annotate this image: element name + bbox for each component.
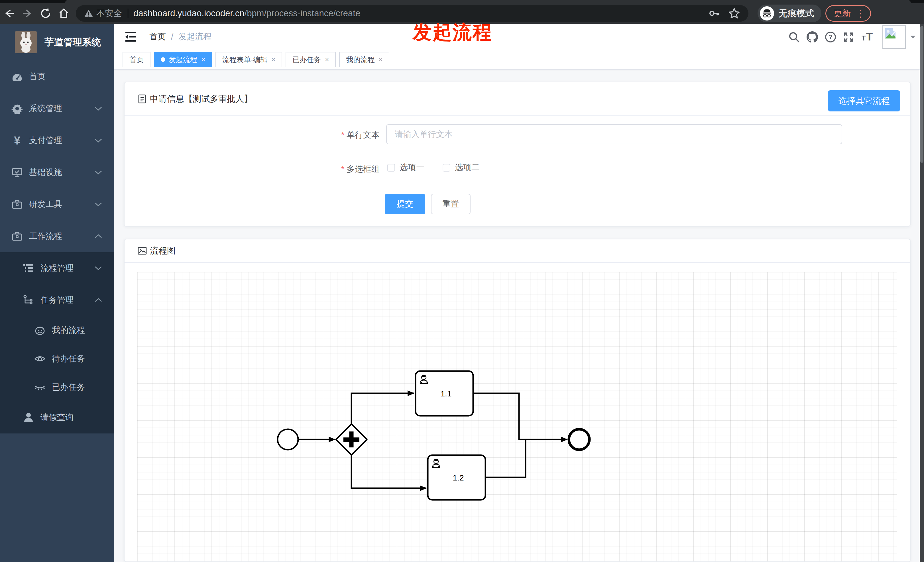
active-dot-icon bbox=[161, 57, 165, 62]
monitor-icon bbox=[11, 166, 23, 179]
sidebar-item-task-mgmt[interactable]: 任务管理 bbox=[0, 284, 114, 316]
toolbox-icon bbox=[11, 230, 23, 243]
document-icon bbox=[137, 94, 147, 104]
choose-other-process-button[interactable]: 选择其它流程 bbox=[828, 90, 900, 111]
tab-done-tasks[interactable]: 已办任务× bbox=[286, 52, 336, 67]
url-bar[interactable]: 不安全 dashboard.yudao.iocoder.cn/bpm/proce… bbox=[76, 5, 748, 22]
help-icon[interactable]: ? bbox=[821, 28, 840, 46]
sidebar-item-process-mgmt[interactable]: 流程管理 bbox=[0, 252, 114, 284]
screen: 不安全 dashboard.yudao.iocoder.cn/bpm/proce… bbox=[0, 0, 924, 562]
picture-icon bbox=[137, 246, 147, 256]
tab-form-edit[interactable]: 流程表单-编辑× bbox=[216, 52, 282, 67]
incognito-label: 无痕模式 bbox=[778, 7, 814, 19]
process-diagram-title: 流程图 bbox=[150, 245, 176, 257]
fullscreen-icon[interactable] bbox=[840, 28, 858, 46]
checkbox-option-2[interactable] bbox=[442, 164, 450, 172]
github-icon[interactable] bbox=[803, 28, 821, 46]
chevron-up-icon bbox=[94, 234, 102, 238]
checkbox-option-2-label[interactable]: 选项二 bbox=[455, 162, 480, 173]
bpmn-diagram: 1.1 1.2 bbox=[137, 272, 898, 562]
page-content: 申请信息【测试多审批人】 选择其它流程 *单行文本 *多选框组 选项一 选 bbox=[114, 69, 924, 562]
submit-button[interactable]: 提交 bbox=[385, 194, 425, 214]
svg-text:T: T bbox=[866, 31, 873, 43]
chevron-down-icon bbox=[94, 266, 102, 270]
browser-active-tab[interactable] bbox=[65, 0, 911, 3]
sidebar-fold-icon[interactable] bbox=[124, 30, 138, 44]
list-icon bbox=[22, 262, 35, 274]
tab-start-process[interactable]: 发起流程× bbox=[154, 52, 212, 67]
sidebar-item-payment[interactable]: ¥ 支付管理 bbox=[0, 124, 114, 156]
page-annotation-title: 发起流程 bbox=[413, 19, 492, 45]
tags-view-bar: 首页 发起流程× 流程表单-编辑× 已办任务× 我的流程× bbox=[114, 50, 924, 69]
sidebar-item-devtools[interactable]: 研发工具 bbox=[0, 188, 114, 220]
url-path[interactable]: /bpm/process-instance/create bbox=[244, 8, 360, 18]
reset-button[interactable]: 重置 bbox=[431, 194, 471, 214]
chevron-up-icon bbox=[94, 298, 102, 303]
user-task-2[interactable]: 1.2 bbox=[428, 455, 485, 500]
url-host[interactable]: dashboard.yudao.iocoder.cn bbox=[134, 8, 244, 18]
apply-info-card: 申请信息【测试多审批人】 选择其它流程 *单行文本 *多选框组 选项一 选 bbox=[124, 82, 910, 226]
sidebar-item-workflow[interactable]: 工作流程 bbox=[0, 220, 114, 252]
sidebar-item-infra[interactable]: 基础设施 bbox=[0, 156, 114, 188]
key-icon[interactable] bbox=[708, 7, 720, 19]
svg-text:?: ? bbox=[828, 33, 832, 40]
logo-image bbox=[15, 31, 37, 53]
end-event[interactable] bbox=[569, 429, 590, 450]
broken-image-icon bbox=[884, 27, 897, 40]
checkbox-option-1-label[interactable]: 选项一 bbox=[400, 162, 424, 173]
sidebar-item-todo-tasks[interactable]: 待办任务 bbox=[0, 345, 114, 373]
close-icon[interactable]: × bbox=[201, 55, 205, 64]
bookmark-star-icon[interactable] bbox=[728, 7, 741, 19]
breadcrumb-home[interactable]: 首页 bbox=[149, 31, 166, 42]
sidebar-item-leave-query[interactable]: 请假查询 bbox=[0, 402, 114, 433]
user-task-1[interactable]: 1.1 bbox=[416, 371, 473, 416]
sidebar-item-done-tasks[interactable]: 已办任务 bbox=[0, 373, 114, 402]
tab-home[interactable]: 首页 bbox=[123, 52, 150, 67]
logo-row[interactable]: 芋道管理系统 bbox=[0, 24, 114, 61]
forward-icon[interactable] bbox=[18, 4, 36, 22]
chevron-down-icon bbox=[94, 138, 102, 143]
incognito-badge: 无痕模式 bbox=[758, 4, 821, 22]
incognito-icon bbox=[760, 6, 774, 21]
face-icon bbox=[34, 324, 46, 337]
parallel-gateway[interactable] bbox=[336, 424, 367, 455]
app-header: 首页 / 发起流程 ? TT bbox=[114, 24, 924, 50]
tree-icon bbox=[22, 294, 35, 306]
security-label[interactable]: 不安全 bbox=[96, 8, 122, 19]
yen-icon: ¥ bbox=[11, 134, 23, 147]
task-2-label: 1.2 bbox=[453, 474, 464, 482]
task-1-label: 1.1 bbox=[441, 389, 452, 398]
close-icon[interactable]: × bbox=[272, 55, 275, 64]
checkbox-option-1[interactable] bbox=[387, 164, 395, 172]
sidebar-item-system[interactable]: 系统管理 bbox=[0, 93, 114, 124]
caret-down-icon[interactable] bbox=[910, 35, 916, 39]
update-label: 更新 bbox=[834, 8, 851, 19]
avatar[interactable] bbox=[882, 25, 906, 49]
browser-menu-icon[interactable]: ⋮ bbox=[856, 9, 866, 18]
tab-my-process[interactable]: 我的流程× bbox=[339, 52, 389, 67]
checkbox-group: 选项一 选项二 bbox=[387, 160, 498, 175]
scrollbar-thumb[interactable] bbox=[920, 26, 923, 163]
chevron-down-icon bbox=[94, 106, 102, 111]
update-button[interactable]: 更新 ⋮ bbox=[825, 5, 871, 22]
search-icon[interactable] bbox=[785, 28, 803, 46]
close-icon[interactable]: × bbox=[378, 55, 382, 64]
sidebar: 芋道管理系统 首页 系统管理 ¥ 支付管理 bbox=[0, 24, 114, 562]
reload-icon[interactable] bbox=[36, 4, 55, 22]
single-line-text-input[interactable] bbox=[386, 124, 842, 144]
sidebar-item-home[interactable]: 首页 bbox=[0, 61, 114, 93]
home-icon[interactable] bbox=[55, 4, 73, 22]
app-title: 芋道管理系统 bbox=[45, 36, 101, 49]
gear-icon bbox=[11, 102, 23, 115]
svg-text:T: T bbox=[862, 34, 866, 42]
back-icon[interactable] bbox=[0, 4, 18, 22]
apply-info-title: 申请信息【测试多审批人】 bbox=[150, 93, 252, 105]
font-size-icon[interactable]: TT bbox=[858, 28, 876, 46]
bpmn-canvas[interactable]: 1.1 1.2 bbox=[137, 272, 897, 561]
close-icon[interactable]: × bbox=[325, 55, 329, 64]
window-scrollbar[interactable] bbox=[920, 24, 924, 562]
warning-icon bbox=[84, 9, 93, 18]
start-event[interactable] bbox=[278, 429, 298, 450]
workflow-submenu: 流程管理 任务管理 我的流程 待办任务 bbox=[0, 252, 114, 433]
sidebar-item-my-process[interactable]: 我的流程 bbox=[0, 316, 114, 345]
